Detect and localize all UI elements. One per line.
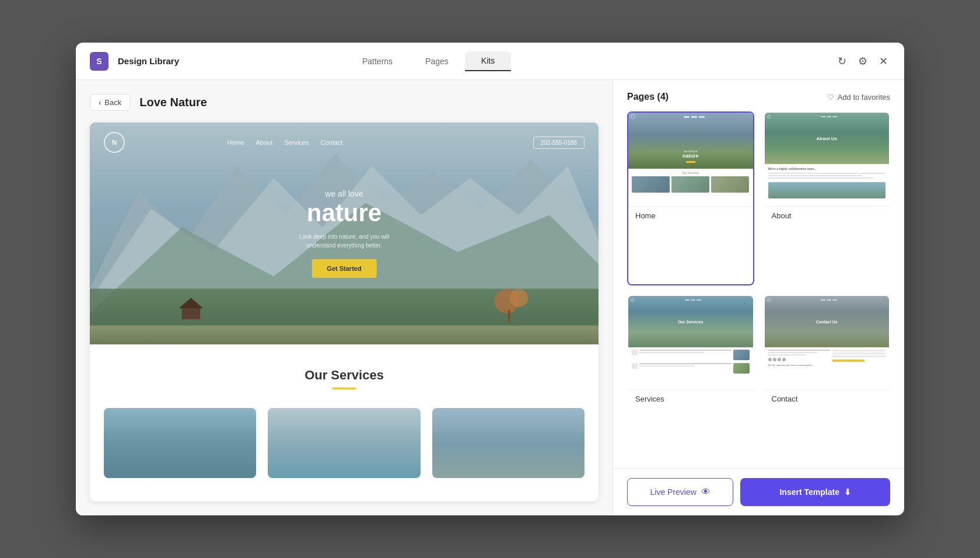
about-hero-title: About Us xyxy=(816,136,837,141)
page-card-label-contact: Contact xyxy=(765,389,890,408)
about-hero-thumb: About Us xyxy=(765,113,890,164)
nav-home: Home xyxy=(227,139,244,146)
refresh-button[interactable]: ↻ xyxy=(835,53,849,70)
hero-nav-links: Home About Services Contact xyxy=(227,139,342,146)
preview-hero: N Home About Services Contact 202-555-01… xyxy=(90,123,598,344)
services-underline xyxy=(332,388,356,389)
right-panel-footer: Live Preview 👁 Insert Template ⬇ xyxy=(613,468,904,515)
preview-nav: ‹ Back Love Nature xyxy=(90,94,598,111)
live-preview-button[interactable]: Live Preview 👁 xyxy=(627,478,733,506)
hero-navigation: N Home About Services Contact 202-555-01… xyxy=(90,123,598,162)
services-grid xyxy=(104,408,584,478)
svg-rect-10 xyxy=(508,310,510,322)
app-logo: S xyxy=(90,52,108,71)
back-chevron-icon: ‹ xyxy=(99,98,101,107)
contact-hero-thumb: Contact Us xyxy=(765,296,890,347)
svg-rect-5 xyxy=(90,326,598,344)
services-section: Our Services xyxy=(90,344,598,501)
nav-services: Services xyxy=(284,139,309,146)
svg-point-9 xyxy=(510,289,528,308)
preview-panel: ‹ Back Love Nature xyxy=(76,80,612,515)
contact-content-thumb: We are optimists who love to work togeth… xyxy=(765,347,890,389)
page-card-img-services: Our Services xyxy=(628,296,753,389)
header-tabs: Patterns Pages Kits xyxy=(346,51,511,71)
about-mini-preview: About Us We're a highly collaborative te… xyxy=(765,113,890,206)
page-card-contact[interactable]: Contact Us xyxy=(764,295,891,469)
hero-subtitle: we all love xyxy=(299,189,390,198)
services-content-thumb xyxy=(628,347,753,389)
download-icon: ⬇ xyxy=(844,487,851,497)
svg-rect-6 xyxy=(182,307,201,319)
hero-logo: N xyxy=(104,132,125,153)
page-card-about[interactable]: About Us We're a highly collaborative te… xyxy=(764,111,891,285)
header-actions: ↻ ⚙ ✕ xyxy=(835,53,890,70)
add-to-favorites-button[interactable]: ♡ Add to favorites xyxy=(827,93,890,102)
right-panel: Pages (4) ♡ Add to favorites xyxy=(612,80,904,515)
page-card-label-services: Services xyxy=(628,389,753,408)
service-card-3 xyxy=(432,408,584,478)
nav-about: About xyxy=(256,139,273,146)
contact-mini-preview: Contact Us xyxy=(765,296,890,389)
tab-patterns[interactable]: Patterns xyxy=(346,51,409,71)
services-mini-preview: Our Services xyxy=(628,296,753,389)
settings-button[interactable]: ⚙ xyxy=(856,53,870,70)
tab-kits[interactable]: Kits xyxy=(465,51,511,71)
services-hero-thumb: Our Services xyxy=(628,296,753,347)
page-card-label-home: Home xyxy=(628,206,753,225)
hero-title: nature xyxy=(299,200,390,226)
home-hero-text: we all love nature xyxy=(682,149,699,163)
service-card-2 xyxy=(268,408,420,478)
page-card-img-home: we all love nature Our Services xyxy=(628,113,753,206)
page-card-label-about: About xyxy=(765,206,890,225)
pages-count: Pages (4) xyxy=(627,92,668,102)
home-hero-thumb: we all love nature xyxy=(628,113,753,169)
close-button[interactable]: ✕ xyxy=(877,53,890,70)
page-card-home[interactable]: we all love nature Our Services xyxy=(627,111,754,285)
services-title: Our Services xyxy=(104,368,584,383)
heart-icon: ♡ xyxy=(827,93,834,102)
insert-template-button[interactable]: Insert Template ⬇ xyxy=(740,478,890,506)
home-services-thumb: Our Services xyxy=(628,169,753,206)
eye-icon: 👁 xyxy=(701,487,710,497)
back-button[interactable]: ‹ Back xyxy=(90,94,130,111)
hero-phone-btn: 202-555-0188 xyxy=(533,137,584,149)
hero-description: Look deep into nature, and you willunder… xyxy=(299,232,390,250)
design-library-modal: S Design Library Patterns Pages Kits ↻ ⚙… xyxy=(76,43,904,515)
template-preview: N Home About Services Contact 202-555-01… xyxy=(90,123,598,501)
hero-cta-button[interactable]: Get Started xyxy=(312,259,376,278)
about-content-thumb: We're a highly collaborative team... xyxy=(765,164,890,206)
page-card-img-about: About Us We're a highly collaborative te… xyxy=(765,113,890,206)
modal-body: ‹ Back Love Nature xyxy=(76,80,904,515)
pages-grid: we all love nature Our Services xyxy=(613,111,904,468)
home-mini-preview: we all love nature Our Services xyxy=(628,113,753,206)
page-card-img-contact: Contact Us xyxy=(765,296,890,389)
service-card-1 xyxy=(104,408,256,478)
tab-pages[interactable]: Pages xyxy=(409,51,465,71)
app-title: Design Library xyxy=(118,56,179,66)
kit-title: Love Nature xyxy=(139,96,207,109)
page-card-services[interactable]: Our Services xyxy=(627,295,754,469)
right-panel-header: Pages (4) ♡ Add to favorites xyxy=(613,80,904,111)
hero-content: we all love nature Look deep into nature… xyxy=(299,189,390,278)
nav-contact: Contact xyxy=(320,139,342,146)
modal-header: S Design Library Patterns Pages Kits ↻ ⚙… xyxy=(76,43,904,80)
